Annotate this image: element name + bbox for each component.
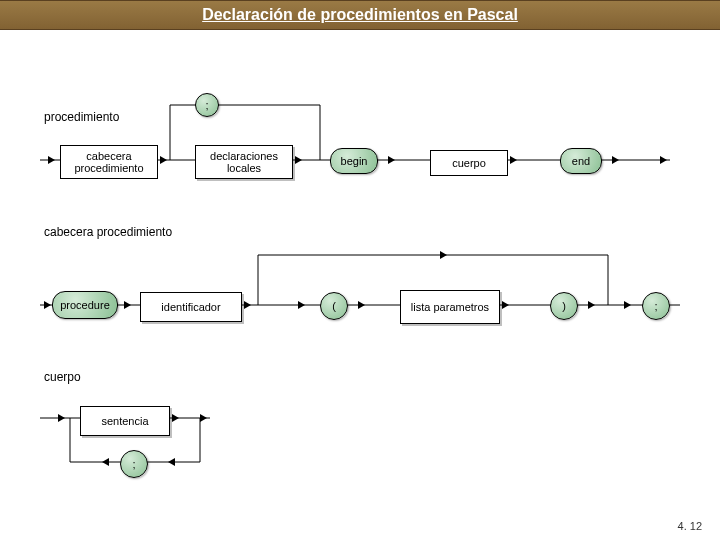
diagram-canvas: procedimiento cabecera procedimiento ; d… [0,30,720,510]
term-procedure: procedure [52,291,118,319]
label-cuerpo: cuerpo [44,370,81,384]
arrow-icon [200,414,207,422]
arrow-icon [244,301,251,309]
term-end: end [560,148,602,174]
arrow-left-icon [168,458,175,466]
arrow-icon [124,301,131,309]
term-lparen: ( [320,292,348,320]
page-title: Declaración de procedimientos en Pascal [202,6,518,24]
label-procedimiento: procedimiento [44,110,119,124]
arrow-icon [502,301,509,309]
box-identificador: identificador [140,292,242,322]
page-number: 4. 12 [678,520,702,532]
arrow-icon [44,301,51,309]
arrow-icon [160,156,167,164]
label-cabecera: cabecera procedimiento [44,225,172,239]
arrow-icon [440,251,447,259]
arrow-icon [388,156,395,164]
box-sentencia: sentencia [80,406,170,436]
arrow-icon [660,156,667,164]
arrow-icon [588,301,595,309]
term-semi-s3: ; [120,450,148,478]
arrow-icon [48,156,55,164]
box-cabecera-proc: cabecera procedimiento [60,145,158,179]
box-declaraciones: declaraciones locales [195,145,293,179]
term-rparen: ) [550,292,578,320]
title-bar: Declaración de procedimientos en Pascal [0,0,720,30]
arrow-icon [510,156,517,164]
arrow-icon [298,301,305,309]
term-semi-s2: ; [642,292,670,320]
arrow-icon [58,414,65,422]
term-semicolon: ; [195,93,219,117]
arrow-left-icon [102,458,109,466]
arrow-icon [358,301,365,309]
arrow-icon [295,156,302,164]
box-lista-param: lista parametros [400,290,500,324]
connectors [0,30,720,510]
arrow-icon [172,414,179,422]
box-cuerpo: cuerpo [430,150,508,176]
arrow-icon [624,301,631,309]
arrow-icon [612,156,619,164]
term-begin: begin [330,148,378,174]
